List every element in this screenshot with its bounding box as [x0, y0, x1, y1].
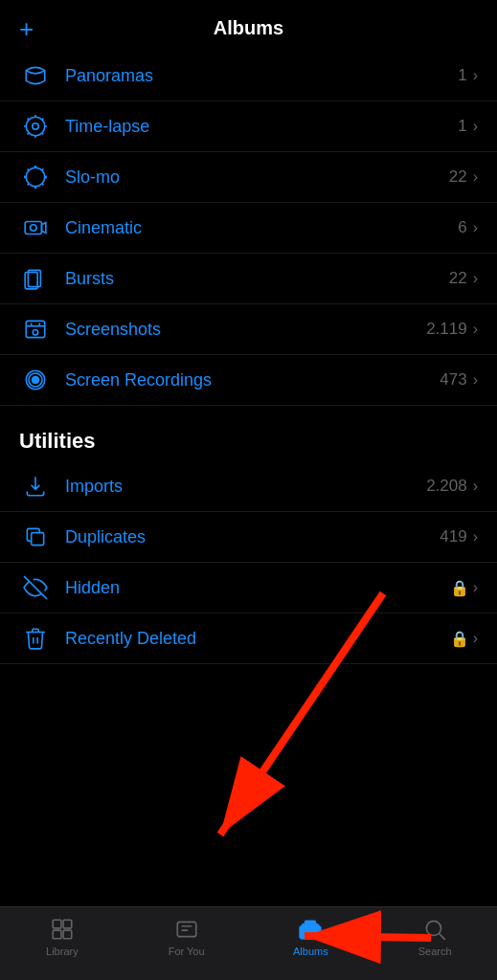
tab-search-label: Search: [418, 946, 452, 957]
svg-rect-35: [63, 920, 72, 928]
album-count-panoramas: 1: [458, 66, 466, 85]
svg-rect-34: [53, 920, 61, 928]
svg-rect-40: [305, 921, 316, 924]
svg-line-16: [42, 184, 44, 186]
svg-point-20: [31, 225, 36, 232]
hidden-icon: [19, 575, 52, 600]
chevron-icon-screenshots: ›: [473, 321, 478, 338]
tab-albums-label: Albums: [293, 946, 328, 957]
recentlydeleted-icon: [19, 626, 52, 651]
main-content: Panoramas 1 ›: [0, 51, 497, 760]
slomo-icon: [19, 165, 52, 189]
chevron-icon-screenrecordings: ›: [473, 371, 478, 389]
chevron-icon-imports: ›: [473, 478, 478, 495]
svg-line-18: [28, 184, 30, 186]
album-item-screenshots[interactable]: Screenshots 2.119 ›: [0, 304, 497, 355]
svg-line-43: [440, 934, 445, 940]
imports-icon: [19, 474, 52, 499]
svg-point-10: [26, 167, 45, 187]
svg-rect-19: [25, 222, 41, 234]
album-item-bursts[interactable]: Bursts 22 ›: [0, 254, 497, 304]
album-count-slomo: 22: [449, 167, 467, 187]
svg-rect-38: [177, 922, 196, 936]
chevron-icon-slomo: ›: [473, 168, 478, 186]
add-button[interactable]: +: [19, 16, 34, 41]
album-count-screenshots: 2.119: [426, 320, 467, 339]
tab-search[interactable]: Search: [373, 917, 497, 957]
app-container: + Albums Panoramas 1 ›: [0, 0, 497, 760]
album-item-screenrecordings[interactable]: Screen Recordings 473 ›: [0, 355, 497, 406]
bursts-icon: [19, 266, 52, 291]
svg-rect-28: [32, 533, 44, 546]
svg-line-6: [28, 119, 30, 121]
album-count-timelapse: 1: [458, 117, 466, 136]
panorama-icon: [19, 63, 52, 88]
album-item-panoramas[interactable]: Panoramas 1 ›: [0, 51, 497, 101]
album-name-timelapse: Time-lapse: [65, 117, 458, 137]
album-count-duplicates: 419: [440, 527, 466, 546]
album-item-cinematic[interactable]: Cinematic 6 ›: [0, 203, 497, 254]
tab-bar: Library For You Albums Search: [0, 906, 497, 980]
album-count-bursts: 22: [449, 269, 467, 288]
tab-library-label: Library: [46, 946, 79, 957]
chevron-icon-panoramas: ›: [473, 67, 478, 84]
chevron-icon-timelapse: ›: [473, 118, 478, 135]
page-title: Albums: [214, 17, 283, 39]
tab-foryou[interactable]: For You: [124, 917, 249, 957]
svg-line-7: [42, 133, 44, 135]
tab-albums[interactable]: Albums: [249, 917, 373, 957]
album-name-cinematic: Cinematic: [65, 218, 458, 238]
svg-rect-36: [53, 930, 61, 939]
album-name-duplicates: Duplicates: [65, 527, 440, 547]
album-name-slomo: Slo-mo: [65, 167, 449, 188]
timelapse-icon: [19, 114, 52, 139]
svg-point-42: [426, 921, 441, 935]
album-name-hidden: Hidden: [65, 578, 450, 598]
album-count-imports: 2.208: [426, 477, 467, 496]
album-item-slomo[interactable]: Slo-mo 22 ›: [0, 152, 497, 203]
chevron-icon-duplicates: ›: [473, 528, 478, 546]
album-count-cinematic: 6: [458, 218, 466, 237]
chevron-icon-recentlydeleted: ›: [473, 630, 478, 647]
chevron-icon-cinematic: ›: [473, 219, 478, 236]
album-item-imports[interactable]: Imports 2.208 ›: [0, 461, 497, 512]
svg-line-8: [42, 119, 44, 121]
album-item-timelapse[interactable]: Time-lapse 1 ›: [0, 101, 497, 152]
lock-icon-recentlydeleted: 🔒: [450, 630, 469, 648]
album-name-panoramas: Panoramas: [65, 66, 458, 86]
album-item-recentlydeleted[interactable]: Recently Deleted 🔒 ›: [0, 613, 497, 664]
media-types-list: Panoramas 1 ›: [0, 51, 497, 406]
screenrecordings-icon: [19, 368, 52, 392]
duplicates-icon: [19, 524, 52, 549]
album-item-hidden[interactable]: Hidden 🔒 ›: [0, 563, 497, 613]
album-name-screenshots: Screenshots: [65, 320, 426, 340]
album-count-screenrecordings: 473: [440, 370, 466, 390]
utilities-header: Utilities: [0, 406, 497, 461]
svg-line-15: [28, 169, 30, 171]
album-name-imports: Imports: [65, 477, 426, 497]
svg-point-1: [33, 123, 39, 130]
svg-line-17: [42, 169, 44, 171]
album-name-bursts: Bursts: [65, 269, 449, 289]
tab-foryou-label: For You: [169, 946, 205, 957]
lock-icon-hidden: 🔒: [450, 579, 469, 597]
svg-line-9: [28, 133, 30, 135]
cinematic-icon: [19, 215, 52, 240]
svg-point-24: [33, 330, 37, 335]
svg-rect-41: [301, 926, 322, 939]
chevron-icon-bursts: ›: [473, 270, 478, 287]
album-item-duplicates[interactable]: Duplicates 419 ›: [0, 512, 497, 563]
album-name-screenrecordings: Screen Recordings: [65, 370, 440, 390]
chevron-icon-hidden: ›: [473, 579, 478, 596]
screenshots-icon: [19, 317, 52, 342]
svg-point-26: [32, 376, 40, 385]
svg-point-0: [26, 117, 45, 136]
header: + Albums: [0, 0, 497, 51]
tab-library[interactable]: Library: [0, 917, 124, 957]
svg-rect-37: [63, 930, 72, 939]
album-name-recentlydeleted: Recently Deleted: [65, 629, 450, 649]
utilities-list: Imports 2.208 › Duplicates 419 ›: [0, 461, 497, 664]
utilities-section: Utilities Imports 2.208 ›: [0, 406, 497, 664]
